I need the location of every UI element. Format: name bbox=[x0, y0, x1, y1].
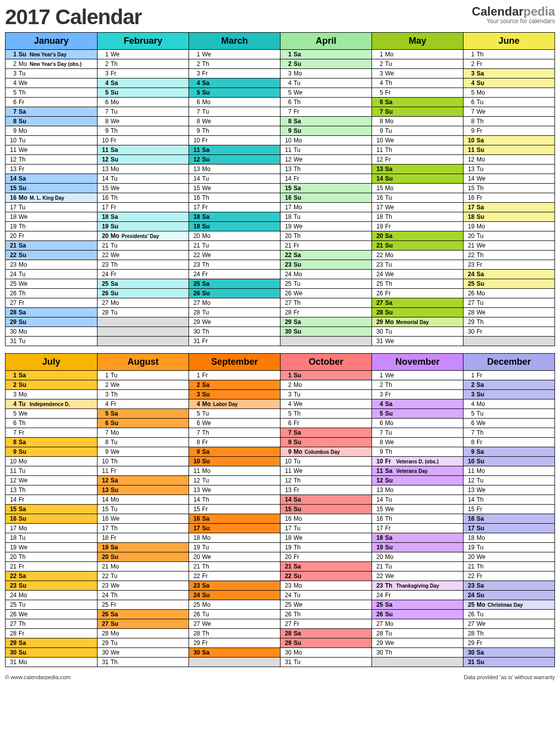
day-number: 18 bbox=[464, 534, 477, 541]
day-cell: 1Fr bbox=[189, 371, 280, 380]
day-weekday: Sa bbox=[111, 79, 122, 87]
day-cell: 27We bbox=[189, 619, 280, 629]
day-number: 11 bbox=[190, 467, 202, 474]
day-number: 24 bbox=[373, 271, 385, 278]
calendar-body: January1SuNew Year's Day2MoNew Year's Da… bbox=[5, 32, 555, 667]
day-cell: 20Fr bbox=[6, 231, 97, 241]
day-cell: 9Th bbox=[189, 126, 280, 136]
day-weekday: Sa bbox=[294, 51, 305, 58]
day-number: 21 bbox=[7, 242, 19, 249]
day-weekday: We bbox=[477, 242, 488, 249]
day-number: 12 bbox=[7, 477, 19, 484]
day-number: 23 bbox=[373, 582, 385, 589]
day-cell: 27Mo bbox=[372, 619, 463, 629]
day-cell: 14We bbox=[463, 174, 554, 184]
day-cell: 3Su bbox=[463, 390, 554, 399]
day-cell: 4Sa bbox=[189, 78, 280, 88]
footer: © www.calendarpedia.com Data provided 'a… bbox=[5, 674, 555, 680]
day-cell: 27Th bbox=[6, 619, 97, 629]
day-number: 18 bbox=[373, 213, 385, 220]
day-number: 7 bbox=[190, 108, 202, 115]
day-cell: 5Tu bbox=[463, 409, 554, 419]
day-number: 12 bbox=[464, 156, 477, 163]
day-number: 23 bbox=[282, 582, 294, 589]
day-number: 21 bbox=[282, 563, 294, 570]
day-cell: 9Sa bbox=[189, 447, 280, 457]
day-weekday: Mo bbox=[202, 166, 213, 173]
day-weekday: Sa bbox=[111, 544, 122, 551]
day-number: 19 bbox=[282, 223, 294, 230]
day-cell: 31Tu bbox=[281, 658, 371, 667]
day-number: 9 bbox=[99, 448, 111, 455]
day-number: 1 bbox=[7, 51, 19, 58]
day-cell: 2MoNew Year's Day (obs.) bbox=[6, 59, 97, 69]
day-cell: 26Fr bbox=[372, 289, 463, 298]
day-cell: 24Sa bbox=[463, 270, 554, 279]
day-cell: 1SuNew Year's Day bbox=[6, 50, 97, 59]
day-weekday: Su bbox=[111, 420, 122, 427]
day-number: 4 bbox=[373, 400, 385, 408]
day-weekday: We bbox=[477, 620, 488, 627]
day-number: 11 bbox=[282, 467, 294, 474]
day-number: 5 bbox=[373, 410, 385, 417]
day-number: 24 bbox=[373, 592, 385, 599]
day-number: 8 bbox=[373, 439, 385, 446]
month-column: July1Sa2Su3Mo4TuIndependence D.5We6Th7Fr… bbox=[6, 354, 97, 667]
day-cell: 4Fr bbox=[98, 399, 189, 409]
day-weekday: We bbox=[19, 477, 30, 484]
day-number: 26 bbox=[282, 290, 294, 297]
day-weekday: Tu bbox=[111, 175, 122, 182]
day-weekday: Mo bbox=[19, 391, 30, 398]
day-number: 13 bbox=[99, 166, 111, 173]
day-cell: 9Th bbox=[98, 126, 189, 136]
day-number: 10 bbox=[190, 137, 202, 144]
day-number: 5 bbox=[464, 89, 477, 96]
day-number: 26 bbox=[373, 290, 385, 297]
day-cell: 13Th bbox=[6, 485, 97, 495]
day-weekday: Mo bbox=[294, 448, 305, 455]
day-cell: 5Tu bbox=[189, 409, 280, 419]
day-weekday: Sa bbox=[294, 118, 305, 125]
day-number: 18 bbox=[190, 534, 202, 541]
day-weekday: Tu bbox=[294, 659, 305, 666]
day-number: 2 bbox=[99, 381, 111, 388]
day-cell: 19Tu bbox=[189, 543, 280, 552]
day-weekday: Sa bbox=[385, 467, 396, 474]
day-weekday: We bbox=[202, 553, 213, 560]
day-number: 15 bbox=[464, 506, 477, 513]
day-weekday: Th bbox=[202, 60, 213, 67]
day-number: 31 bbox=[99, 659, 111, 666]
day-cell: 11Mo bbox=[463, 466, 554, 476]
day-cell: 25Sa bbox=[98, 279, 189, 289]
day-weekday: Sa bbox=[477, 448, 488, 455]
day-cell: 19Su bbox=[372, 543, 463, 552]
day-cell: 4MoLabor Day bbox=[189, 399, 280, 409]
day-number: 15 bbox=[190, 185, 202, 192]
day-cell: 9Su bbox=[6, 447, 97, 457]
day-cell: 18Fr bbox=[98, 533, 189, 543]
day-number: 31 bbox=[464, 659, 477, 666]
day-weekday: Su bbox=[202, 223, 213, 230]
day-cell: 30Th bbox=[189, 327, 280, 337]
day-number: 27 bbox=[373, 299, 385, 306]
day-weekday: Tu bbox=[111, 242, 122, 249]
day-number: 24 bbox=[7, 271, 19, 278]
day-cell: 7Fr bbox=[6, 428, 97, 438]
day-weekday: Th bbox=[294, 477, 305, 484]
day-cell: 3Tu bbox=[281, 390, 371, 399]
day-number: 10 bbox=[282, 137, 294, 144]
day-weekday: Th bbox=[111, 458, 122, 465]
day-cell: 25Sa bbox=[189, 279, 280, 289]
day-weekday: Fr bbox=[19, 99, 30, 106]
day-weekday: Su bbox=[477, 391, 488, 398]
day-number: 7 bbox=[7, 429, 19, 436]
day-number: 20 bbox=[99, 232, 111, 239]
day-weekday: Sa bbox=[294, 563, 305, 570]
day-cell: 26We bbox=[6, 610, 97, 619]
day-weekday: Th bbox=[385, 448, 396, 455]
day-cell: 15Th bbox=[463, 184, 554, 193]
day-cell: 18Mo bbox=[463, 533, 554, 543]
day-cell: 22We bbox=[372, 572, 463, 581]
month-header: February bbox=[98, 33, 189, 50]
month-column: March1We2Th3Fr4Sa5Su6Mo7Tu8We9Th10Fr11Sa… bbox=[189, 33, 280, 346]
